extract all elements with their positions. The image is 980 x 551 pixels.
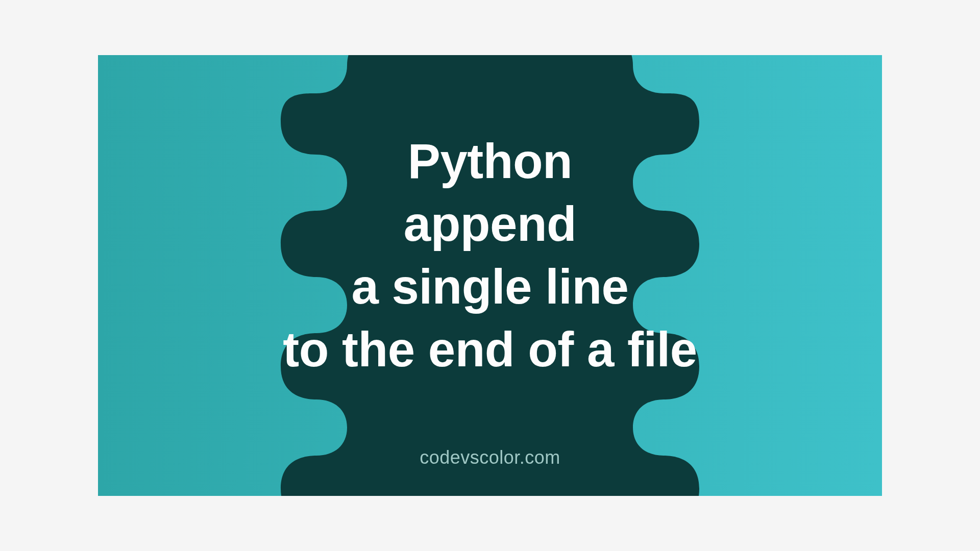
title-line-4: to the end of a file — [98, 318, 882, 381]
title-line-3: a single line — [98, 256, 882, 318]
title-line-1: Python — [98, 130, 882, 193]
title-line-2: append — [98, 193, 882, 256]
graphic-card: Python append a single line to the end o… — [98, 55, 882, 496]
watermark: codevscolor.com — [420, 447, 560, 468]
title-block: Python append a single line to the end o… — [98, 130, 882, 381]
